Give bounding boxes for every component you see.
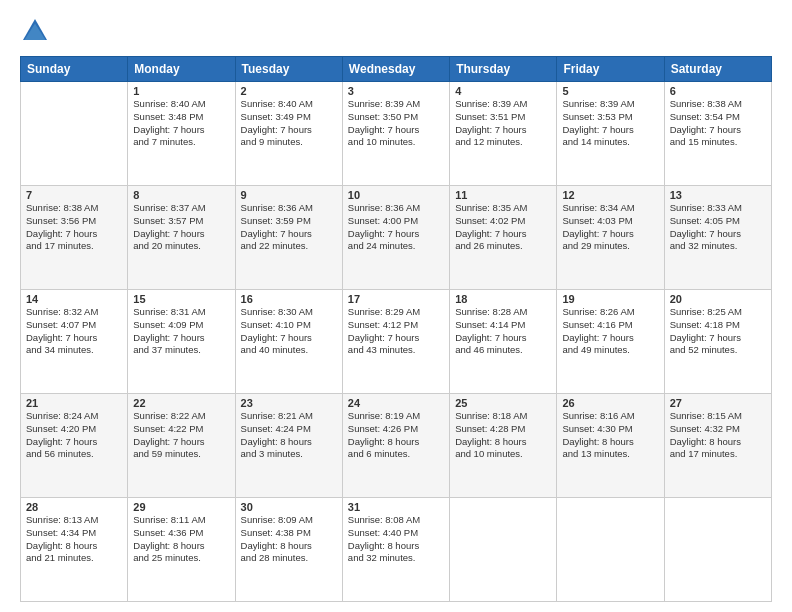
day-info: Sunrise: 8:08 AM Sunset: 4:40 PM Dayligh… xyxy=(348,514,444,565)
day-info: Sunrise: 8:09 AM Sunset: 4:38 PM Dayligh… xyxy=(241,514,337,565)
calendar-week-row: 7Sunrise: 8:38 AM Sunset: 3:56 PM Daylig… xyxy=(21,186,772,290)
calendar-cell: 21Sunrise: 8:24 AM Sunset: 4:20 PM Dayli… xyxy=(21,394,128,498)
page: SundayMondayTuesdayWednesdayThursdayFrid… xyxy=(0,0,792,612)
day-number: 29 xyxy=(133,501,229,513)
calendar-cell: 23Sunrise: 8:21 AM Sunset: 4:24 PM Dayli… xyxy=(235,394,342,498)
day-number: 22 xyxy=(133,397,229,409)
day-info: Sunrise: 8:11 AM Sunset: 4:36 PM Dayligh… xyxy=(133,514,229,565)
calendar-cell: 1Sunrise: 8:40 AM Sunset: 3:48 PM Daylig… xyxy=(128,82,235,186)
day-info: Sunrise: 8:30 AM Sunset: 4:10 PM Dayligh… xyxy=(241,306,337,357)
day-number: 31 xyxy=(348,501,444,513)
calendar-cell: 10Sunrise: 8:36 AM Sunset: 4:00 PM Dayli… xyxy=(342,186,449,290)
day-info: Sunrise: 8:40 AM Sunset: 3:48 PM Dayligh… xyxy=(133,98,229,149)
day-number: 10 xyxy=(348,189,444,201)
calendar-cell: 18Sunrise: 8:28 AM Sunset: 4:14 PM Dayli… xyxy=(450,290,557,394)
day-number: 19 xyxy=(562,293,658,305)
day-number: 16 xyxy=(241,293,337,305)
day-number: 1 xyxy=(133,85,229,97)
day-number: 18 xyxy=(455,293,551,305)
day-number: 6 xyxy=(670,85,766,97)
day-number: 7 xyxy=(26,189,122,201)
calendar-header-row: SundayMondayTuesdayWednesdayThursdayFrid… xyxy=(21,57,772,82)
calendar-cell: 25Sunrise: 8:18 AM Sunset: 4:28 PM Dayli… xyxy=(450,394,557,498)
calendar-cell: 16Sunrise: 8:30 AM Sunset: 4:10 PM Dayli… xyxy=(235,290,342,394)
calendar-cell: 3Sunrise: 8:39 AM Sunset: 3:50 PM Daylig… xyxy=(342,82,449,186)
calendar-cell: 17Sunrise: 8:29 AM Sunset: 4:12 PM Dayli… xyxy=(342,290,449,394)
calendar-cell: 6Sunrise: 8:38 AM Sunset: 3:54 PM Daylig… xyxy=(664,82,771,186)
calendar-cell: 28Sunrise: 8:13 AM Sunset: 4:34 PM Dayli… xyxy=(21,498,128,602)
day-info: Sunrise: 8:37 AM Sunset: 3:57 PM Dayligh… xyxy=(133,202,229,253)
day-info: Sunrise: 8:31 AM Sunset: 4:09 PM Dayligh… xyxy=(133,306,229,357)
svg-marker-1 xyxy=(25,24,46,41)
day-info: Sunrise: 8:39 AM Sunset: 3:50 PM Dayligh… xyxy=(348,98,444,149)
day-info: Sunrise: 8:34 AM Sunset: 4:03 PM Dayligh… xyxy=(562,202,658,253)
day-number: 28 xyxy=(26,501,122,513)
calendar-cell: 12Sunrise: 8:34 AM Sunset: 4:03 PM Dayli… xyxy=(557,186,664,290)
calendar-week-row: 1Sunrise: 8:40 AM Sunset: 3:48 PM Daylig… xyxy=(21,82,772,186)
day-number: 2 xyxy=(241,85,337,97)
day-info: Sunrise: 8:40 AM Sunset: 3:49 PM Dayligh… xyxy=(241,98,337,149)
calendar-cell xyxy=(557,498,664,602)
day-info: Sunrise: 8:25 AM Sunset: 4:18 PM Dayligh… xyxy=(670,306,766,357)
calendar-cell: 8Sunrise: 8:37 AM Sunset: 3:57 PM Daylig… xyxy=(128,186,235,290)
day-number: 3 xyxy=(348,85,444,97)
calendar-day-header: Sunday xyxy=(21,57,128,82)
day-number: 12 xyxy=(562,189,658,201)
day-number: 14 xyxy=(26,293,122,305)
calendar-cell xyxy=(664,498,771,602)
day-info: Sunrise: 8:16 AM Sunset: 4:30 PM Dayligh… xyxy=(562,410,658,461)
day-info: Sunrise: 8:18 AM Sunset: 4:28 PM Dayligh… xyxy=(455,410,551,461)
day-number: 27 xyxy=(670,397,766,409)
calendar-week-row: 14Sunrise: 8:32 AM Sunset: 4:07 PM Dayli… xyxy=(21,290,772,394)
header xyxy=(20,16,772,46)
calendar-cell: 19Sunrise: 8:26 AM Sunset: 4:16 PM Dayli… xyxy=(557,290,664,394)
calendar-day-header: Thursday xyxy=(450,57,557,82)
day-info: Sunrise: 8:24 AM Sunset: 4:20 PM Dayligh… xyxy=(26,410,122,461)
day-info: Sunrise: 8:21 AM Sunset: 4:24 PM Dayligh… xyxy=(241,410,337,461)
day-info: Sunrise: 8:19 AM Sunset: 4:26 PM Dayligh… xyxy=(348,410,444,461)
logo-icon xyxy=(20,16,50,46)
day-info: Sunrise: 8:15 AM Sunset: 4:32 PM Dayligh… xyxy=(670,410,766,461)
calendar-day-header: Friday xyxy=(557,57,664,82)
calendar-cell: 11Sunrise: 8:35 AM Sunset: 4:02 PM Dayli… xyxy=(450,186,557,290)
day-number: 23 xyxy=(241,397,337,409)
day-number: 21 xyxy=(26,397,122,409)
day-number: 26 xyxy=(562,397,658,409)
calendar-cell: 14Sunrise: 8:32 AM Sunset: 4:07 PM Dayli… xyxy=(21,290,128,394)
calendar-cell: 5Sunrise: 8:39 AM Sunset: 3:53 PM Daylig… xyxy=(557,82,664,186)
calendar-week-row: 21Sunrise: 8:24 AM Sunset: 4:20 PM Dayli… xyxy=(21,394,772,498)
day-info: Sunrise: 8:29 AM Sunset: 4:12 PM Dayligh… xyxy=(348,306,444,357)
calendar-cell: 4Sunrise: 8:39 AM Sunset: 3:51 PM Daylig… xyxy=(450,82,557,186)
calendar-cell xyxy=(21,82,128,186)
calendar-cell: 26Sunrise: 8:16 AM Sunset: 4:30 PM Dayli… xyxy=(557,394,664,498)
day-info: Sunrise: 8:32 AM Sunset: 4:07 PM Dayligh… xyxy=(26,306,122,357)
calendar-cell xyxy=(450,498,557,602)
day-info: Sunrise: 8:22 AM Sunset: 4:22 PM Dayligh… xyxy=(133,410,229,461)
day-number: 9 xyxy=(241,189,337,201)
calendar-cell: 29Sunrise: 8:11 AM Sunset: 4:36 PM Dayli… xyxy=(128,498,235,602)
calendar-day-header: Saturday xyxy=(664,57,771,82)
day-number: 30 xyxy=(241,501,337,513)
calendar-day-header: Tuesday xyxy=(235,57,342,82)
day-info: Sunrise: 8:36 AM Sunset: 4:00 PM Dayligh… xyxy=(348,202,444,253)
calendar-cell: 9Sunrise: 8:36 AM Sunset: 3:59 PM Daylig… xyxy=(235,186,342,290)
calendar-week-row: 28Sunrise: 8:13 AM Sunset: 4:34 PM Dayli… xyxy=(21,498,772,602)
day-number: 8 xyxy=(133,189,229,201)
day-number: 5 xyxy=(562,85,658,97)
day-info: Sunrise: 8:39 AM Sunset: 3:53 PM Dayligh… xyxy=(562,98,658,149)
calendar-cell: 2Sunrise: 8:40 AM Sunset: 3:49 PM Daylig… xyxy=(235,82,342,186)
day-info: Sunrise: 8:39 AM Sunset: 3:51 PM Dayligh… xyxy=(455,98,551,149)
day-number: 4 xyxy=(455,85,551,97)
calendar-cell: 31Sunrise: 8:08 AM Sunset: 4:40 PM Dayli… xyxy=(342,498,449,602)
day-number: 24 xyxy=(348,397,444,409)
calendar-table: SundayMondayTuesdayWednesdayThursdayFrid… xyxy=(20,56,772,602)
calendar-day-header: Monday xyxy=(128,57,235,82)
day-number: 13 xyxy=(670,189,766,201)
day-info: Sunrise: 8:38 AM Sunset: 3:54 PM Dayligh… xyxy=(670,98,766,149)
calendar-cell: 13Sunrise: 8:33 AM Sunset: 4:05 PM Dayli… xyxy=(664,186,771,290)
day-info: Sunrise: 8:33 AM Sunset: 4:05 PM Dayligh… xyxy=(670,202,766,253)
day-info: Sunrise: 8:35 AM Sunset: 4:02 PM Dayligh… xyxy=(455,202,551,253)
day-info: Sunrise: 8:38 AM Sunset: 3:56 PM Dayligh… xyxy=(26,202,122,253)
day-info: Sunrise: 8:36 AM Sunset: 3:59 PM Dayligh… xyxy=(241,202,337,253)
calendar-cell: 27Sunrise: 8:15 AM Sunset: 4:32 PM Dayli… xyxy=(664,394,771,498)
